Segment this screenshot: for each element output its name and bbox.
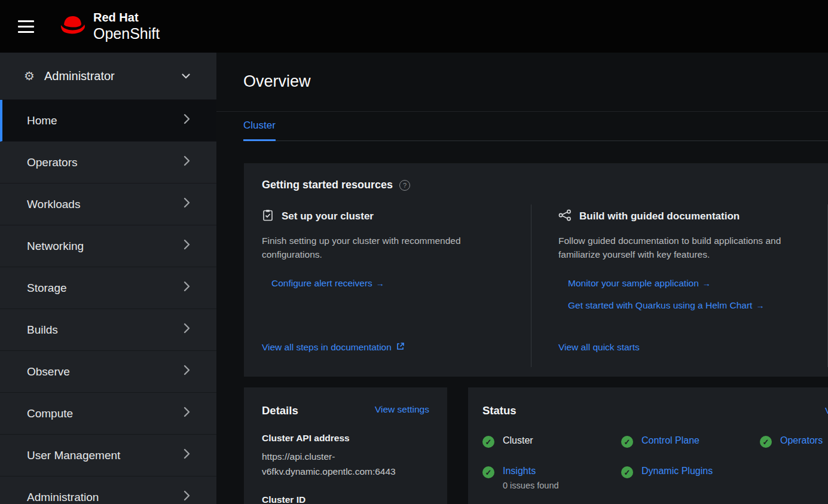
operators-link[interactable]: Operators <box>780 435 823 446</box>
control-plane-link[interactable]: Control Plane <box>641 435 699 446</box>
view-all-quick-starts-link[interactable]: View all quick starts <box>558 342 640 353</box>
chevron-right-icon <box>184 114 190 127</box>
monitor-sample-app-link[interactable]: Monitor your sample application <box>568 278 699 288</box>
check-circle-icon: ✓ <box>482 466 494 478</box>
sidebar-item-storage[interactable]: Storage <box>0 267 216 309</box>
details-title: Details <box>262 404 298 417</box>
check-circle-icon: ✓ <box>621 466 633 478</box>
getting-started-column-setup: Set up your cluster Finish setting up yo… <box>244 204 531 367</box>
sidebar-item-label: Home <box>27 114 57 127</box>
tab-cluster[interactable]: Cluster <box>243 120 276 141</box>
cluster-api-address-label: Cluster API address <box>262 433 429 444</box>
chevron-right-icon <box>184 281 190 295</box>
dynamic-plugins-link[interactable]: Dynamic Plugins <box>641 466 713 476</box>
sidebar-item-home[interactable]: Home <box>0 100 216 142</box>
sidebar-item-label: Networking <box>27 240 84 253</box>
brand-name: Red Hat <box>93 11 160 24</box>
check-circle-icon: ✓ <box>760 436 772 448</box>
status-grid: ✓ Cluster ✓ Control Plane ✓ Operators ✓ … <box>482 435 828 490</box>
status-item-control-plane: ✓ Control Plane <box>621 435 760 448</box>
menu-toggle-icon[interactable] <box>18 20 34 33</box>
guided-docs-icon <box>558 209 572 224</box>
sidebar-item-label: Workloads <box>27 198 80 211</box>
sidebar-item-label: Operators <box>27 156 77 169</box>
chevron-right-icon <box>184 155 190 169</box>
brand-logo: Red Hat OpenShift <box>59 11 160 41</box>
header-divider <box>216 111 828 112</box>
sidebar-item-user-management[interactable]: User Management <box>0 435 216 476</box>
setup-cluster-description: Finish setting up your cluster with reco… <box>262 234 513 262</box>
view-settings-link[interactable]: View settings <box>375 404 429 415</box>
guided-docs-heading: Build with guided documentation <box>579 210 740 222</box>
chevron-right-icon <box>184 407 190 420</box>
guided-docs-description: Follow guided documentation to build app… <box>558 234 809 262</box>
status-item-cluster: ✓ Cluster <box>482 435 621 448</box>
arrow-right-icon: → <box>756 301 764 310</box>
sidebar-item-label: Observe <box>27 365 70 378</box>
sidebar-item-label: Builds <box>27 323 58 337</box>
cluster-api-address-value: https://api.cluster-v6fkv.dynamic.opentl… <box>262 449 427 479</box>
view-all-steps-link[interactable]: View all steps in documentation <box>262 342 392 353</box>
sidebar-item-networking[interactable]: Networking <box>0 225 216 267</box>
sidebar-item-label: User Management <box>27 449 120 462</box>
quarkus-helm-chart-link[interactable]: Get started with Quarkus using a Helm Ch… <box>568 300 752 310</box>
gear-icon: ⚙ <box>24 70 35 82</box>
sidebar-item-label: Compute <box>27 407 73 420</box>
masthead: Red Hat OpenShift <box>0 0 828 53</box>
main-content: Overview Cluster Getting started resourc… <box>216 53 828 504</box>
redhat-fedora-icon <box>59 15 87 38</box>
arrow-right-icon: → <box>376 279 384 288</box>
chevron-right-icon <box>184 197 190 211</box>
page-title: Overview <box>243 72 311 91</box>
status-item-operators: ✓ Operators <box>760 435 828 448</box>
chevron-right-icon <box>184 323 190 337</box>
insights-issues-count: 0 issues found <box>503 481 559 490</box>
sidebar-item-administration[interactable]: Administration <box>0 476 216 504</box>
external-link-icon <box>396 342 404 353</box>
sidebar-item-label: Administration <box>27 491 99 504</box>
getting-started-title: Getting started resources <box>262 179 393 191</box>
help-icon[interactable]: ? <box>399 180 410 191</box>
status-item-dynamic-plugins: ✓ Dynamic Plugins <box>621 466 760 490</box>
brand-product: OpenShift <box>93 26 160 41</box>
sidebar-item-observe[interactable]: Observe <box>0 351 216 393</box>
getting-started-column-guided-docs: Build with guided documentation Follow g… <box>531 204 827 367</box>
cluster-id-label: Cluster ID <box>262 494 429 504</box>
chevron-right-icon <box>184 448 190 462</box>
view-alerts-link[interactable]: View alerts <box>825 405 828 416</box>
chevron-right-icon <box>184 365 190 378</box>
arrow-right-icon: → <box>702 279 711 288</box>
sidebar-nav: ⚙ Administrator Home Operators Workloads… <box>0 53 216 504</box>
status-title: Status <box>482 404 517 417</box>
status-label: Cluster <box>503 435 533 446</box>
sidebar-item-compute[interactable]: Compute <box>0 393 216 435</box>
details-card: Details View settings Cluster API addres… <box>244 387 447 504</box>
sidebar-item-operators[interactable]: Operators <box>0 142 216 184</box>
configure-alert-receivers-link[interactable]: Configure alert receivers <box>271 278 372 288</box>
status-card: Status View alerts ✓ Cluster ✓ Control P… <box>468 387 828 504</box>
chevron-right-icon <box>184 239 190 253</box>
sidebar-item-builds[interactable]: Builds <box>0 309 216 351</box>
check-circle-icon: ✓ <box>482 436 494 448</box>
tab-bar: Cluster <box>243 120 828 141</box>
getting-started-card: Getting started resources ? Set up your … <box>244 163 828 377</box>
check-circle-icon: ✓ <box>621 436 633 448</box>
sidebar-item-label: Storage <box>27 282 67 295</box>
insights-link[interactable]: Insights <box>503 466 536 476</box>
checklist-icon <box>262 209 274 224</box>
setup-cluster-heading: Set up your cluster <box>282 210 374 222</box>
status-item-insights: ✓ Insights 0 issues found <box>482 466 621 490</box>
caret-down-icon <box>182 71 190 81</box>
sidebar-item-workloads[interactable]: Workloads <box>0 184 216 225</box>
perspective-switcher[interactable]: ⚙ Administrator <box>0 53 216 100</box>
perspective-label: Administrator <box>44 69 182 83</box>
chevron-right-icon <box>184 490 190 504</box>
